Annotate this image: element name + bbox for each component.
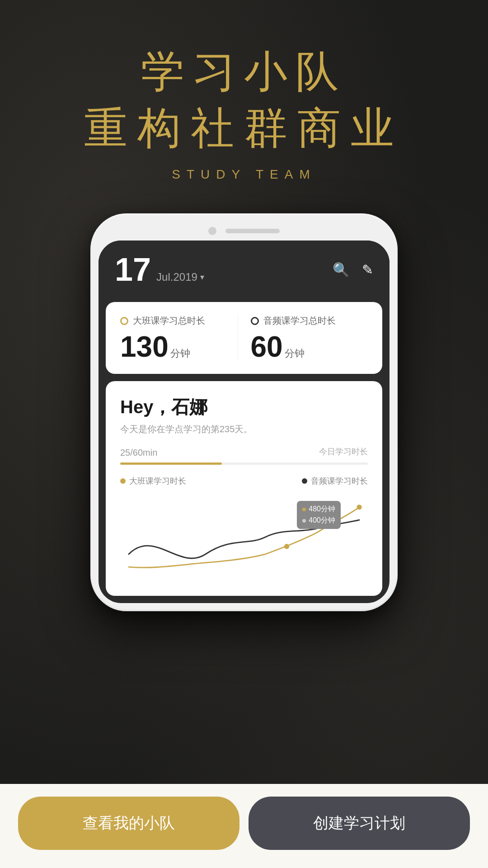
- bottom-bar: 查看我的小队 创建学习计划: [0, 784, 488, 868]
- tooltip-row-2: 400分钟: [302, 516, 335, 525]
- phone-camera: [208, 227, 216, 235]
- progress-greeting: Hey，石娜: [120, 395, 368, 420]
- stat-label-audio: 音频课学习总时长: [251, 315, 368, 327]
- chart-label-class: 大班课学习时长: [120, 476, 186, 486]
- progress-card: Hey，石娜 今天是你在学点学习的第235天。 25/60min 今日学习时长: [106, 381, 382, 596]
- stat-item-audio: 音频课学习总时长 60 分钟: [238, 315, 368, 361]
- view-team-button[interactable]: 查看我的小队: [18, 797, 239, 850]
- edit-icon[interactable]: ✎: [362, 262, 373, 278]
- chart-label-audio: 音频课学习时长: [302, 476, 368, 486]
- stats-card: 大班课学习总时长 130 分钟 音频课学习总时长 60: [106, 302, 382, 374]
- progress-subtitle: 今天是你在学点学习的第235天。: [120, 423, 368, 435]
- stat-number-audio: 60: [251, 332, 283, 361]
- title-en: STUDY TEAM: [172, 167, 316, 182]
- progress-bar-bg: [120, 462, 368, 465]
- progress-bar-fill: [120, 462, 222, 465]
- progress-current: 25/60min: [120, 444, 157, 459]
- chart-container: 480分钟 400分钟: [120, 492, 368, 582]
- stat-label-class: 大班课学习总时长: [120, 315, 238, 327]
- progress-today-label: 今日学习时长: [319, 446, 368, 457]
- app-header: 17 Jul.2019 ▾ 🔍 ✎: [99, 241, 389, 295]
- title-main: 学习小队: [141, 45, 347, 97]
- stat-number-class: 130: [120, 332, 169, 361]
- stat-dot-black: [251, 317, 259, 325]
- date-arrow: ▾: [200, 272, 204, 282]
- date-month: Jul.2019 ▾: [156, 271, 204, 283]
- chart-labels: 大班课学习时长 音频课学习时长: [120, 476, 368, 486]
- app-icons: 🔍 ✎: [333, 262, 373, 278]
- stat-unit-audio: 分钟: [285, 347, 305, 360]
- stat-item-class: 大班课学习总时长 130 分钟: [120, 315, 238, 361]
- create-plan-button[interactable]: 创建学习计划: [249, 797, 470, 850]
- stat-dot-yellow: [120, 317, 128, 325]
- chart-tooltip: 480分钟 400分钟: [297, 501, 341, 529]
- phone-speaker: [225, 229, 280, 233]
- tooltip-dot-gray: [302, 519, 306, 523]
- chart-dot-yellow: [120, 478, 126, 484]
- stat-value-audio: 60 分钟: [251, 332, 368, 361]
- title-sub: 重构社群商业: [84, 102, 404, 154]
- tooltip-dot-yellow: [302, 508, 306, 511]
- stat-value-class: 130 分钟: [120, 332, 238, 361]
- phone-top-bar: [99, 223, 389, 241]
- phone-outer: 17 Jul.2019 ▾ 🔍 ✎: [90, 213, 398, 611]
- date-number: 17: [115, 253, 151, 286]
- page: 学习小队 重构社群商业 STUDY TEAM 17 Jul.2019 ▾: [0, 0, 488, 868]
- svg-point-0: [284, 544, 289, 549]
- chart-dot-black: [302, 478, 307, 484]
- phone-mockup: 17 Jul.2019 ▾ 🔍 ✎: [90, 213, 398, 611]
- svg-point-1: [357, 505, 361, 510]
- hero-section: 学习小队 重构社群商业 STUDY TEAM: [0, 0, 488, 195]
- phone-screen: 17 Jul.2019 ▾ 🔍 ✎: [99, 241, 389, 603]
- search-icon[interactable]: 🔍: [333, 262, 349, 278]
- progress-bar-row: 25/60min 今日学习时长: [120, 444, 368, 459]
- app-date: 17 Jul.2019 ▾: [115, 253, 204, 286]
- stat-unit-class: 分钟: [170, 347, 190, 360]
- tooltip-row-1: 480分钟: [302, 505, 335, 514]
